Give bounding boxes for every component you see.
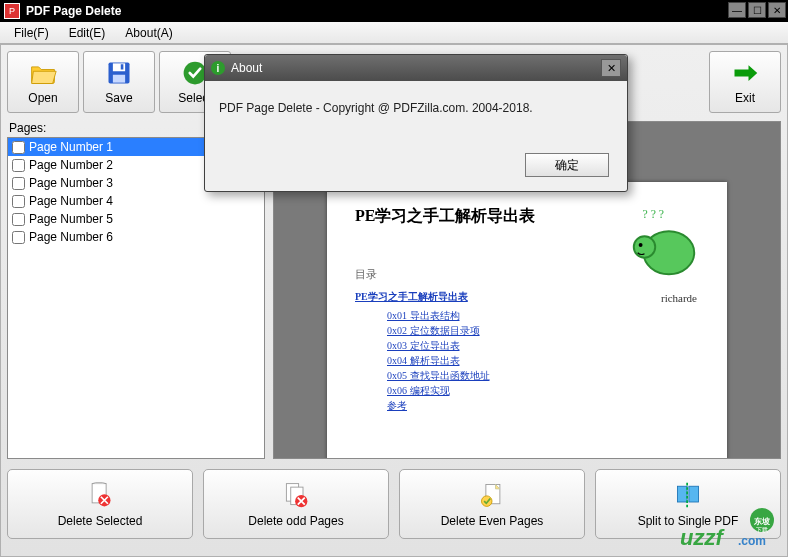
app-icon: P <box>4 3 20 19</box>
watermark-domain: .com <box>738 534 766 548</box>
svg-rect-17 <box>689 486 699 502</box>
toc-link[interactable]: 0x06 编程实现 <box>387 383 699 398</box>
delete-odd-button[interactable]: Delete odd Pages <box>203 469 389 539</box>
page-label: Page Number 6 <box>29 230 113 244</box>
watermark-site: uzzf <box>680 525 725 550</box>
svg-rect-3 <box>121 64 124 69</box>
list-item[interactable]: Page Number 4 <box>8 192 264 210</box>
delete-even-label: Delete Even Pages <box>441 514 544 528</box>
toc-link[interactable]: 0x04 解析导出表 <box>387 353 699 368</box>
watermark-logo: 东坡 下载 uzzf .com <box>676 507 786 555</box>
page-checkbox[interactable] <box>12 141 25 154</box>
page-label: Page Number 4 <box>29 194 113 208</box>
exit-arrow-icon <box>731 59 759 87</box>
svg-text:下载: 下载 <box>756 527 768 533</box>
window-title: PDF Page Delete <box>26 4 121 18</box>
svg-point-8 <box>639 243 643 247</box>
page-checkbox[interactable] <box>12 177 25 190</box>
page-split-icon <box>674 481 702 509</box>
folder-open-icon <box>29 59 57 87</box>
delete-selected-button[interactable]: Delete Selected <box>7 469 193 539</box>
minimize-button[interactable]: — <box>728 2 746 18</box>
delete-selected-label: Delete Selected <box>58 514 143 528</box>
close-button[interactable]: ✕ <box>768 2 786 18</box>
page-checkbox[interactable] <box>12 213 25 226</box>
exit-button[interactable]: Exit <box>709 51 781 113</box>
info-icon: i <box>211 61 225 75</box>
page-checkbox[interactable] <box>12 159 25 172</box>
save-icon <box>105 59 133 87</box>
turtle-image-icon: ? ? ? <box>625 204 703 282</box>
page-delete-icon <box>86 481 114 509</box>
bottom-toolbar: Delete Selected Delete odd Pages Delete … <box>7 469 781 539</box>
pdf-page-preview: PE学习之手工解析导出表 ? ? ? richarde 目录 PE学习之手工解析… <box>327 182 727 459</box>
toc-link[interactable]: 参考 <box>387 398 699 413</box>
svg-rect-16 <box>678 486 688 502</box>
page-label: Page Number 5 <box>29 212 113 226</box>
page-checkbox[interactable] <box>12 231 25 244</box>
window-titlebar: P PDF Page Delete — ☐ ✕ <box>0 0 788 22</box>
about-dialog: i About ✕ PDF Page Delete - Copyright @ … <box>204 54 628 192</box>
page-delete-odd-icon <box>282 481 310 509</box>
toc-link[interactable]: 0x02 定位数据目录项 <box>387 323 699 338</box>
svg-point-15 <box>482 495 493 506</box>
save-label: Save <box>105 91 132 105</box>
about-text: PDF Page Delete - Copyright @ PDFZilla.c… <box>205 81 627 125</box>
about-close-button[interactable]: ✕ <box>601 59 621 77</box>
svg-point-7 <box>634 236 655 257</box>
open-button[interactable]: Open <box>7 51 79 113</box>
watermark-tag: 东坡 <box>753 517 771 526</box>
open-label: Open <box>28 91 57 105</box>
svg-text:? ? ?: ? ? ? <box>643 208 664 221</box>
pdf-author: richarde <box>661 292 697 304</box>
delete-even-button[interactable]: Delete Even Pages <box>399 469 585 539</box>
save-button[interactable]: Save <box>83 51 155 113</box>
about-titlebar[interactable]: i About ✕ <box>205 55 627 81</box>
page-label: Page Number 3 <box>29 176 113 190</box>
maximize-button[interactable]: ☐ <box>748 2 766 18</box>
page-label: Page Number 1 <box>29 140 113 154</box>
menu-about[interactable]: About(A) <box>115 24 182 42</box>
toc-link[interactable]: 0x03 定位导出表 <box>387 338 699 353</box>
list-item[interactable]: Page Number 5 <box>8 210 264 228</box>
svg-rect-2 <box>113 75 125 83</box>
toc-link[interactable]: 0x05 查找导出函数地址 <box>387 368 699 383</box>
delete-odd-label: Delete odd Pages <box>248 514 343 528</box>
menu-file[interactable]: File(F) <box>4 24 59 42</box>
page-checkbox[interactable] <box>12 195 25 208</box>
menubar: File(F) Edit(E) About(A) <box>0 22 788 44</box>
list-item[interactable]: Page Number 6 <box>8 228 264 246</box>
page-delete-even-icon <box>478 481 506 509</box>
about-ok-button[interactable]: 确定 <box>525 153 609 177</box>
about-title: About <box>231 61 262 75</box>
menu-edit[interactable]: Edit(E) <box>59 24 116 42</box>
pdf-toc-title: PE学习之手工解析导出表 <box>355 290 699 304</box>
page-label: Page Number 2 <box>29 158 113 172</box>
exit-label: Exit <box>735 91 755 105</box>
toc-link[interactable]: 0x01 导出表结构 <box>387 308 699 323</box>
